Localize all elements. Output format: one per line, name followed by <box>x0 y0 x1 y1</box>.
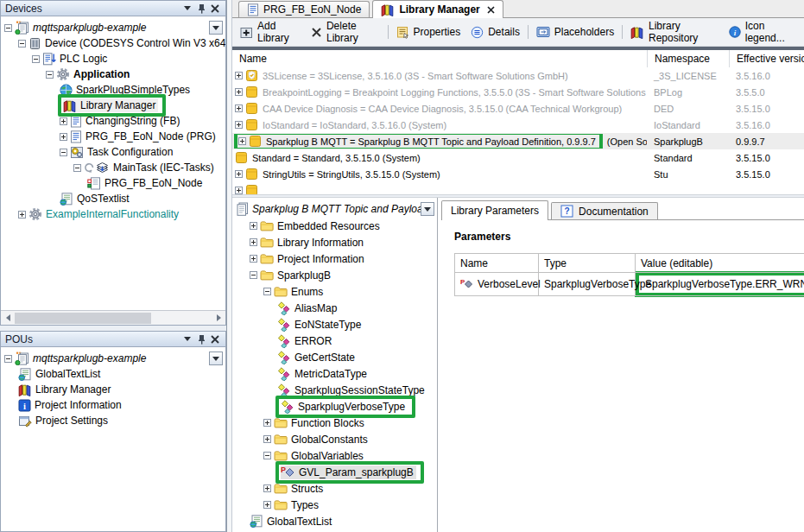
properties-button[interactable]: Properties <box>391 24 466 41</box>
library-row-sparkplug[interactable]: Sparkplug B MQTT = Sparkplug B MQTT Topi… <box>232 133 804 149</box>
pin-icon[interactable] <box>194 2 208 15</box>
close-icon[interactable] <box>208 332 222 345</box>
expand-icon[interactable] <box>60 133 67 141</box>
tree-item-qostextlist[interactable]: QoSTextlist <box>1 191 225 206</box>
dropdown-button[interactable] <box>421 202 434 216</box>
tree-item-globaltextlist[interactable]: GlobalTextList <box>232 513 437 529</box>
tree-item-library-manager[interactable]: Library Manager <box>1 382 225 397</box>
tree-item-getcertstate[interactable]: GetCertState <box>232 349 437 365</box>
dropdown-button[interactable] <box>209 21 223 35</box>
tree-item-enums[interactable]: Enums <box>232 283 437 300</box>
add-library-button[interactable]: Add Library <box>235 18 306 46</box>
collapse-icon[interactable] <box>32 55 40 63</box>
column-header-name[interactable]: Name <box>232 50 647 67</box>
expand-icon[interactable] <box>235 121 243 129</box>
library-name: BreakpointLogging = Breakpoint Logging F… <box>263 87 647 98</box>
library-row-standard[interactable]: Standard = Standard, 3.5.15.0 (System)St… <box>232 149 804 166</box>
tree-item-plc-logic[interactable]: PLC Logic <box>1 51 225 66</box>
placeholders-button[interactable]: Placeholders <box>531 24 619 40</box>
expand-icon[interactable] <box>263 419 271 427</box>
panel-menu-icon[interactable] <box>180 332 194 345</box>
details-button[interactable]: Details <box>465 24 525 41</box>
collapse-icon[interactable] <box>263 288 271 295</box>
expand-icon[interactable] <box>250 222 257 230</box>
collapse-icon[interactable] <box>250 271 257 279</box>
tree-item-application[interactable]: Application <box>1 66 225 82</box>
tree-item-content: GlobalConstants <box>274 433 370 446</box>
collapse-icon[interactable] <box>4 24 12 32</box>
collapse-icon[interactable] <box>4 355 12 363</box>
tree-item-project-information[interactable]: Project Information <box>232 250 437 267</box>
expand-icon[interactable] <box>235 88 243 96</box>
expand-icon[interactable] <box>263 484 271 492</box>
column-header-effective-version[interactable]: Effective version <box>729 50 804 67</box>
collapse-icon[interactable] <box>263 452 271 459</box>
expand-icon[interactable] <box>263 435 271 443</box>
tree-item-error[interactable]: ERROR <box>232 332 437 349</box>
tree-item-sparkplugb[interactable]: SparkplugB <box>232 267 437 283</box>
tree-item-exampleinternalfunctionality[interactable]: ExampleInternalFunctionality <box>1 206 225 222</box>
tree-item-library-information[interactable]: Library Information <box>232 234 437 250</box>
tree-item-task-configuration[interactable]: Task Configuration <box>1 144 225 160</box>
library-row-iostandard[interactable]: IoStandard = IoStandard, 3.5.16.0 (Syste… <box>232 117 804 133</box>
library-row-caa[interactable]: CAA Device Diagnosis = CAA Device Diagno… <box>232 100 804 117</box>
scroll-right-icon[interactable] <box>212 311 225 325</box>
collapse-icon[interactable] <box>60 149 67 156</box>
tree-item-sparkplugverbosetype[interactable]: SparkplugVerboseType <box>232 398 437 415</box>
tab-library-manager[interactable]: Library Manager <box>372 0 503 18</box>
library-row-breakpointlogging[interactable]: BreakpointLogging = Breakpoint Logging F… <box>232 84 804 100</box>
panel-menu-icon[interactable] <box>180 2 194 15</box>
tree-item-globalconstants[interactable]: GlobalConstants <box>232 431 437 447</box>
collapse-icon[interactable] <box>73 164 81 172</box>
scrollbar-thumb[interactable] <box>15 313 151 324</box>
tree-item-embedded-resources[interactable]: Embedded Resources <box>232 218 437 234</box>
tree-item-mqttsparkplugb-example[interactable]: mqttsparkplugb-example <box>1 351 225 366</box>
scrollbar-track[interactable] <box>15 311 212 325</box>
expand-icon[interactable] <box>263 501 271 509</box>
delete-library-button[interactable]: Delete Library <box>306 18 385 46</box>
param-value-cell[interactable]: SparkplugVerboseType.ERR_WRN <box>636 273 804 296</box>
tree-item-project-information[interactable]: iProject Information <box>1 397 225 413</box>
expand-icon[interactable] <box>235 104 243 112</box>
expand-icon[interactable] <box>235 187 243 194</box>
tree-item-project-settings[interactable]: Project Settings <box>1 413 225 428</box>
expand-icon[interactable] <box>235 72 243 79</box>
tab-prg-fb-eon-node[interactable]: PRG_FB_EoN_Node <box>238 1 370 17</box>
tree-item-metricdatatype[interactable]: MetricDataType <box>232 365 437 382</box>
tree-item-aliasmap[interactable]: AliasMap <box>232 300 437 316</box>
close-icon[interactable] <box>208 2 222 15</box>
devices-horizontal-scrollbar[interactable] <box>1 310 225 325</box>
tree-item-maintask-iec-tasks[interactable]: MainTask (IEC-Tasks) <box>1 160 225 175</box>
tree-item-gvl-param-sparkplugb[interactable]: PGVL_Param_sparkplugB <box>232 464 437 480</box>
expand-icon[interactable] <box>250 255 257 263</box>
tree-item-library-manager[interactable]: Library Manager <box>1 98 225 113</box>
library-repository-button[interactable]: Library Repository <box>625 18 724 46</box>
icon-legend-button[interactable]: iIcon legend... <box>724 18 801 46</box>
expand-icon[interactable] <box>18 211 26 218</box>
expand-icon[interactable] <box>60 117 67 125</box>
dropdown-button[interactable] <box>209 352 223 365</box>
scroll-left-icon[interactable] <box>1 311 15 325</box>
tree-item-prg-fb-eon-node[interactable]: PRG_FB_EoN_Node <box>1 175 225 191</box>
expand-icon[interactable] <box>238 137 246 145</box>
library-row-item[interactable] <box>232 182 804 194</box>
tree-item-sparkplug-b-mqtt-topic-and-payload[interactable]: Sparkplug B MQTT Topic and Payload <box>232 200 437 218</box>
tree-item-types[interactable]: Types <box>232 497 437 513</box>
tree-item-mqttsparkplugb-example[interactable]: mqttsparkplugb-example <box>1 20 225 35</box>
collapse-icon[interactable] <box>46 71 54 79</box>
param-row-verboselevel[interactable]: PVerboseLevelSparkplugVerboseTypeSparkpl… <box>455 273 804 296</box>
tree-item-device-codesys-control-win-v3-x64[interactable]: Device (CODESYS Control Win V3 x64) <box>1 35 225 51</box>
tree-item-globaltextlist[interactable]: GlobalTextList <box>1 366 225 382</box>
column-header-namespace[interactable]: Namespace <box>647 50 729 67</box>
expand-icon[interactable] <box>250 238 257 246</box>
expand-icon[interactable] <box>235 170 243 178</box>
pin-icon[interactable] <box>194 332 208 345</box>
tab-close-icon[interactable] <box>487 6 495 14</box>
tree-item-eonstatetype[interactable]: EoNStateType <box>232 316 437 332</box>
collapse-icon[interactable] <box>18 40 26 48</box>
tree-item-prg-fb-eon-node-prg[interactable]: PRG_FB_EoN_Node (PRG) <box>1 129 225 144</box>
library-row-3slicense[interactable]: 3SLicense = 3SLicense, 3.5.16.0 (3S - Sm… <box>232 67 804 84</box>
tab-library-parameters[interactable]: Library Parameters <box>441 200 548 220</box>
tab-documentation[interactable]: ?Documentation <box>551 202 658 219</box>
library-row-stringutils[interactable]: StringUtils = StringUtils, 3.5.15.0 (Sys… <box>232 166 804 182</box>
